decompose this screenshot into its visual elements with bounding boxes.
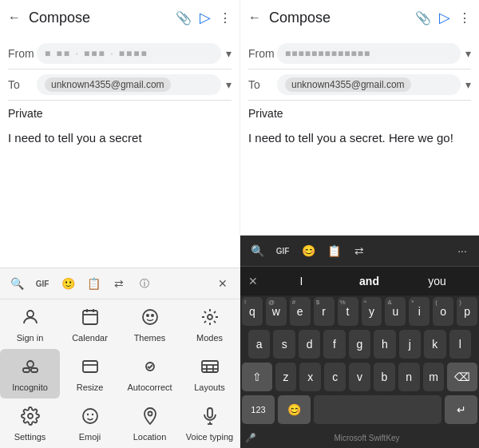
key-u[interactable]: &u [385, 297, 406, 326]
key-o[interactable]: (o [433, 297, 453, 326]
kb-gif-btn[interactable]: GIF [30, 272, 54, 295]
key-space[interactable] [314, 395, 441, 424]
app-calendar[interactable]: Calendar [60, 299, 120, 349]
key-s[interactable]: s [273, 330, 295, 359]
more-icon-left[interactable]: ⋮ [219, 10, 232, 26]
key-w[interactable]: @w [266, 297, 287, 326]
right-compose-body: From ■■■■■■■■■■■■■ ▾ To unknown4355@gmai… [240, 35, 479, 235]
suggestion-i[interactable]: I [267, 275, 335, 287]
kb-translate-btn[interactable]: ⇄ [107, 272, 131, 295]
to-dropdown-right[interactable]: ▾ [465, 78, 471, 91]
key-row-4: 123 😊 ↵ [242, 395, 477, 424]
kb-bottom-row: 🎤 Microsoft SwiftKey [240, 430, 479, 448]
kb-close-btn[interactable]: ✕ [211, 272, 235, 295]
kb-emoji-btn-r[interactable]: 😊 [296, 240, 320, 262]
to-label-right: To [248, 78, 277, 91]
email-body-left[interactable]: I need to tell you a secret [8, 123, 232, 153]
more-icon-right[interactable]: ⋮ [458, 10, 471, 26]
attach-icon-left[interactable]: 📎 [176, 10, 192, 26]
to-dropdown-left[interactable]: ▾ [226, 78, 232, 91]
to-value-left[interactable]: unknown4355@gmail.com [37, 74, 221, 95]
suggestion-you[interactable]: you [403, 275, 471, 287]
key-x[interactable]: x [299, 363, 321, 391]
svg-point-9 [27, 361, 34, 367]
key-r[interactable]: $r [314, 297, 335, 326]
app-signin[interactable]: Sign in [0, 299, 60, 349]
svg-rect-15 [202, 361, 218, 372]
kb-clipboard-btn[interactable]: 📋 [81, 272, 105, 295]
back-icon-right[interactable]: ← [248, 10, 261, 25]
app-voicetyping[interactable]: Voice typing [180, 398, 240, 448]
key-y[interactable]: ^y [362, 297, 382, 326]
key-enter[interactable]: ↵ [445, 395, 477, 424]
app-location[interactable]: Location [120, 398, 180, 448]
swiftkey-brand: Microsoft SwiftKey [259, 434, 474, 442]
suggestions-close-icon[interactable]: ✕ [248, 275, 258, 287]
key-j[interactable]: j [399, 330, 421, 359]
layouts-icon [200, 357, 220, 379]
key-emoji[interactable]: 😊 [278, 395, 311, 424]
svg-point-0 [27, 311, 34, 317]
app-autocorrect[interactable]: Autocorrect [120, 349, 180, 398]
key-d[interactable]: d [299, 330, 320, 359]
app-resize[interactable]: Resize [60, 349, 120, 398]
app-layouts-label: Layouts [194, 383, 225, 392]
kb-suggestions: ✕ I and you [240, 267, 479, 295]
kb-clipboard-btn-r[interactable]: 📋 [322, 240, 346, 262]
suggestion-and[interactable]: and [335, 275, 403, 287]
to-value-right[interactable]: unknown4355@gmail.com [277, 74, 461, 95]
kb-emoji-btn[interactable]: 🙂 [56, 272, 80, 295]
kb-search-btn-r[interactable]: 🔍 [245, 240, 269, 262]
from-value-right[interactable]: ■■■■■■■■■■■■■ [277, 43, 461, 64]
to-label-left: To [8, 78, 37, 91]
key-g[interactable]: g [349, 330, 370, 359]
svg-point-22 [86, 414, 88, 415]
kb-more-btn-r[interactable]: ··· [450, 240, 474, 262]
email-body-right[interactable]: I need to tell you a secret. Here we go! [248, 123, 471, 153]
to-chip-right[interactable]: unknown4355@gmail.com [285, 77, 411, 92]
app-layouts[interactable]: Layouts [180, 349, 240, 398]
private-label-left: Private [8, 101, 232, 123]
svg-point-6 [146, 314, 149, 317]
back-icon-left[interactable]: ← [8, 10, 21, 25]
key-l[interactable]: l [449, 330, 471, 359]
left-panel: ← Compose 📎 ▷ ⋮ From ■ ■■ · ■■■ · ■■■■ ▾… [0, 0, 240, 448]
key-i[interactable]: *i [409, 297, 430, 326]
key-v[interactable]: v [349, 363, 370, 391]
key-123[interactable]: 123 [242, 395, 275, 424]
right-title: Compose [269, 10, 415, 26]
key-shift[interactable]: ⇧ [242, 363, 272, 391]
key-e[interactable]: #e [290, 297, 311, 326]
key-q[interactable]: !q [242, 297, 263, 326]
from-dropdown-right[interactable]: ▾ [465, 47, 471, 60]
app-settings[interactable]: Settings [0, 398, 60, 448]
key-m[interactable]: m [423, 363, 445, 391]
key-k[interactable]: k [424, 330, 445, 359]
from-value-left[interactable]: ■ ■■ · ■■■ · ■■■■ [37, 43, 221, 64]
key-b[interactable]: b [374, 363, 395, 391]
send-icon-left[interactable]: ▷ [200, 9, 211, 26]
key-f[interactable]: f [323, 330, 345, 359]
key-t[interactable]: %t [338, 297, 358, 326]
kb-info-btn[interactable]: ⓘ [133, 272, 156, 295]
kb-gif-btn-r[interactable]: GIF [271, 240, 295, 262]
send-icon-right[interactable]: ▷ [439, 9, 450, 26]
kb-translate-btn-r[interactable]: ⇄ [347, 240, 371, 262]
from-dropdown-left[interactable]: ▾ [226, 47, 232, 60]
key-n[interactable]: n [398, 363, 420, 391]
key-c[interactable]: c [324, 363, 346, 391]
key-h[interactable]: h [374, 330, 395, 359]
svg-point-20 [28, 414, 33, 418]
key-backspace[interactable]: ⌫ [447, 363, 477, 391]
app-modes[interactable]: Modes [180, 299, 240, 349]
to-chip-left[interactable]: unknown4355@gmail.com [45, 77, 171, 92]
kb-search-btn[interactable]: 🔍 [5, 272, 29, 295]
attach-icon-right[interactable]: 📎 [415, 10, 431, 26]
key-p[interactable]: )p [457, 297, 477, 326]
app-incognito[interactable]: Incognito [0, 349, 60, 398]
emoji-icon [81, 406, 100, 429]
key-z[interactable]: z [275, 363, 297, 391]
app-emoji[interactable]: Emoji [60, 398, 120, 448]
key-a[interactable]: a [248, 330, 270, 359]
app-themes[interactable]: Themes [120, 299, 180, 349]
